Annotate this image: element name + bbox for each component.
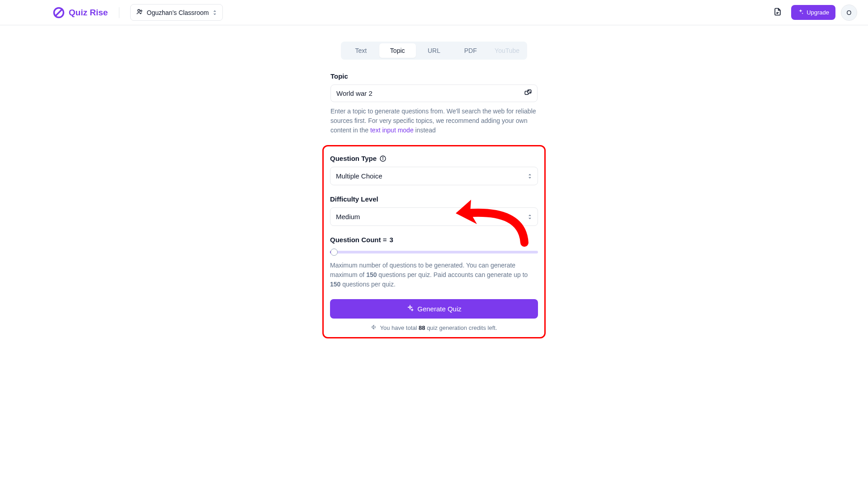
topic-input[interactable] [330, 84, 538, 102]
question-count-hint: Maximum number of questions to be genera… [330, 261, 538, 289]
generate-label: Generate Quiz [417, 305, 462, 313]
annotation-highlight: Question Type Multiple Choice Difficulty… [322, 145, 546, 338]
tab-text[interactable]: Text [343, 43, 379, 58]
sparkle-icon [406, 305, 414, 313]
svg-rect-5 [528, 89, 531, 93]
question-type-label: Question Type [330, 155, 538, 162]
header-left: Quiz Rise Oguzhan's Classroom [11, 4, 223, 21]
svg-point-3 [140, 10, 142, 11]
app-header: Quiz Rise Oguzhan's Classroom [0, 0, 868, 25]
slider-track [330, 251, 538, 253]
chevron-sort-icon [528, 214, 532, 220]
header-right: Upgrade O [769, 5, 857, 21]
chevron-sort-icon [212, 10, 217, 15]
tab-topic[interactable]: Topic [379, 43, 416, 58]
difficulty-section: Difficulty Level Medium [330, 195, 538, 226]
slider-thumb[interactable] [330, 249, 338, 256]
logo-icon [52, 6, 65, 19]
document-icon-button[interactable] [769, 5, 786, 21]
tab-url[interactable]: URL [416, 43, 453, 58]
text-input-mode-link[interactable]: text input mode [370, 127, 414, 134]
users-icon [136, 8, 143, 17]
random-icon[interactable] [524, 89, 532, 98]
topic-hint: Enter a topic to generate questions from… [330, 107, 538, 135]
classroom-selector[interactable]: Oguzhan's Classroom [130, 4, 223, 21]
question-type-section: Question Type Multiple Choice [330, 155, 538, 185]
difficulty-select[interactable]: Medium [330, 207, 538, 226]
topic-input-wrap [330, 84, 538, 102]
sparkle-icon [797, 9, 804, 16]
avatar[interactable]: O [841, 5, 857, 21]
info-icon[interactable] [379, 155, 387, 162]
document-icon [773, 7, 782, 18]
difficulty-label: Difficulty Level [330, 195, 538, 203]
topic-section: Topic Enter a topic to generate question… [330, 72, 538, 135]
generate-quiz-button[interactable]: Generate Quiz [330, 299, 538, 319]
upgrade-button[interactable]: Upgrade [791, 5, 835, 20]
tab-youtube[interactable]: YouTube [489, 43, 525, 58]
classroom-label: Oguzhan's Classroom [147, 9, 209, 16]
question-count-slider[interactable] [330, 248, 538, 256]
question-type-select[interactable]: Multiple Choice [330, 167, 538, 185]
tab-pdf[interactable]: PDF [452, 43, 489, 58]
source-tabs: Text Topic URL PDF YouTube [341, 42, 527, 60]
svg-line-1 [55, 9, 62, 16]
credits-line: You have total 88 quiz generation credit… [330, 324, 538, 332]
megaphone-icon [371, 324, 377, 332]
main-content: Text Topic URL PDF YouTube Topic Enter a… [330, 25, 538, 338]
topic-label: Topic [330, 72, 538, 80]
question-count-label: Question Count = 3 [330, 236, 538, 244]
svg-point-2 [137, 9, 140, 12]
chevron-sort-icon [528, 174, 532, 179]
svg-point-10 [383, 157, 383, 157]
question-type-value: Multiple Choice [336, 172, 382, 180]
svg-point-7 [530, 92, 530, 92]
upgrade-label: Upgrade [807, 9, 829, 16]
avatar-initial: O [847, 9, 852, 16]
logo-text: Quiz Rise [69, 8, 108, 18]
difficulty-value: Medium [336, 213, 360, 221]
svg-point-6 [528, 90, 529, 91]
header-divider [119, 7, 119, 18]
question-count-section: Question Count = 3 Maximum number of que… [330, 236, 538, 289]
app-logo[interactable]: Quiz Rise [52, 6, 108, 19]
